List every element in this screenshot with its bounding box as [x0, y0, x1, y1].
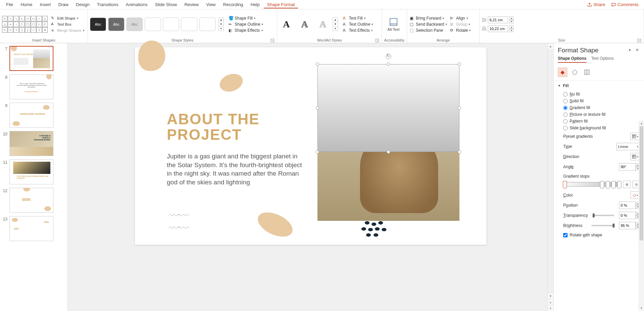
add-stop-button[interactable]: ⊕	[623, 181, 630, 188]
shape-fill-button[interactable]: 🪣Shape Fill	[228, 16, 264, 21]
radio-pattern-fill[interactable]: Pattern fill	[558, 118, 640, 125]
shape-effects-button[interactable]: ◐Shape Effects	[228, 28, 264, 33]
tab-transitions[interactable]: Transitions	[94, 1, 122, 8]
slide-canvas[interactable]: 〰〰〰〰 ABOUT THEPROJECT Jupiter is a gas g…	[68, 43, 553, 311]
tab-design[interactable]: Design	[73, 1, 93, 8]
wordart-scroll[interactable]: ▲▼▾	[333, 17, 338, 31]
brightness-slider[interactable]	[591, 225, 615, 226]
share-button[interactable]: Share	[585, 2, 608, 7]
thumb-7[interactable]: 7 ABOUT THE PROJECT	[1, 46, 66, 71]
shapes-gallery[interactable]: A＼＼L▭▭○△ △⇨⬦⬡⬠⬡☆⊂ ∿∿⌇{}☆◊▾	[2, 16, 48, 33]
shape-outline-button[interactable]: ✏Shape Outline	[228, 22, 264, 27]
radio-gradient-fill[interactable]: Gradient fill	[558, 104, 640, 111]
resize-handle[interactable]	[316, 62, 319, 66]
bring-forward-button[interactable]: ▣Bring Forward	[409, 16, 448, 21]
height-input[interactable]	[488, 17, 508, 23]
pane-icon-fill[interactable]	[558, 68, 567, 77]
merge-shapes-button[interactable]: ◉Merge Shapes	[50, 28, 85, 33]
slide-title[interactable]: ABOUT THEPROJECT	[167, 111, 260, 142]
thumb-11[interactable]: 11 A PICTURE ALWAYS REINFORCES THE CONCE…	[1, 159, 66, 184]
gallery-scroll[interactable]: ▲▼▾	[218, 17, 224, 31]
wordart-gallery[interactable]: A A A	[279, 17, 330, 31]
tab-view[interactable]: View	[203, 1, 219, 8]
decor-blob	[217, 71, 245, 95]
thumb-13[interactable]: 13 30K 20K	[1, 216, 66, 241]
tab-animations[interactable]: Animations	[122, 1, 151, 8]
resize-handle[interactable]	[458, 150, 461, 154]
gradient-stop[interactable]	[612, 181, 616, 188]
position-input[interactable]	[619, 202, 636, 209]
pane-options-button[interactable]: ▾	[627, 48, 633, 53]
text-box-button[interactable]: AText Box	[50, 22, 85, 27]
selected-shape[interactable]	[317, 64, 459, 152]
resize-handle[interactable]	[387, 62, 390, 66]
fill-section-header[interactable]: ▼Fill	[558, 83, 640, 88]
width-input[interactable]	[488, 25, 508, 32]
edit-shape-button[interactable]: ✎Edit Shape	[50, 16, 85, 21]
pane-icon-size[interactable]	[582, 68, 592, 77]
gradient-stop[interactable]	[617, 181, 621, 188]
tab-help[interactable]: Help	[247, 1, 263, 8]
thumb-10[interactable]: 10 A PICTURE IS WORTH A THOUSAND WORDS	[1, 131, 66, 156]
slide[interactable]: 〰〰〰〰 ABOUT THEPROJECT Jupiter is a gas g…	[135, 47, 486, 245]
align-button[interactable]: ⊫Align	[449, 16, 472, 21]
transparency-input[interactable]	[619, 212, 636, 219]
shape-styles-launcher[interactable]: ↘	[271, 39, 274, 42]
radio-picture-fill[interactable]: Picture or texture fill	[558, 111, 640, 118]
selection-pane-button[interactable]: ⬚Selection Pane	[409, 28, 448, 33]
tab-draw[interactable]: Draw	[55, 1, 72, 8]
tab-file[interactable]: File	[3, 1, 17, 8]
rotate-button[interactable]: ⟳Rotate	[449, 28, 472, 33]
size-launcher[interactable]: ↘	[638, 39, 641, 42]
gradient-stop[interactable]	[600, 181, 604, 188]
pane-tab-shape-options[interactable]: Shape Options	[558, 56, 587, 63]
wordart-launcher[interactable]: ↘	[376, 39, 379, 42]
resize-handle[interactable]	[458, 62, 461, 66]
resize-handle[interactable]	[387, 150, 390, 154]
rotation-handle[interactable]	[386, 54, 391, 59]
text-effects-button[interactable]: AText Effects	[342, 28, 374, 33]
pane-icon-effects[interactable]	[570, 68, 579, 77]
gradient-stop[interactable]	[606, 181, 610, 188]
gradient-stop[interactable]	[563, 181, 567, 188]
pane-tab-text-options[interactable]: Text Options	[591, 56, 614, 63]
gradient-stops-bar[interactable]	[563, 182, 621, 187]
rotate-with-shape-checkbox[interactable]: Rotate with shape	[558, 231, 640, 239]
width-field[interactable]: ▲▼	[482, 25, 514, 32]
tab-insert[interactable]: Insert	[37, 1, 54, 8]
canvas-scrollbar[interactable]: ▲ ▼▴▾	[547, 43, 553, 311]
height-spinner[interactable]: ▲▼	[509, 17, 514, 23]
slide-body-text[interactable]: Jupiter is a gas giant and the biggest p…	[167, 152, 306, 187]
height-field[interactable]: ▲▼	[482, 17, 514, 23]
shape-styles-gallery[interactable]: Abc Abc Abc	[90, 18, 216, 31]
pane-scrollbar[interactable]: ▲ ▼	[639, 121, 644, 311]
slide-thumbnails[interactable]: 7 ABOUT THE PROJECT 8 "This is a quote, …	[0, 43, 68, 311]
resize-handle[interactable]	[316, 106, 319, 110]
thumb-12[interactable]: 12 500K	[1, 188, 66, 213]
angle-input[interactable]	[619, 163, 636, 171]
thumb-8[interactable]: 8 "This is a quote, words full of wisdom…	[1, 74, 66, 99]
group-size: ▲▼ ▲▼ Size↘	[480, 9, 644, 43]
send-backward-button[interactable]: ▢Send Backward	[409, 22, 448, 27]
radio-slide-bg-fill[interactable]: Slide background fill	[558, 125, 640, 131]
resize-handle[interactable]	[458, 106, 461, 110]
tab-shape-format[interactable]: Shape Format	[264, 1, 298, 8]
radio-solid-fill[interactable]: Solid fill	[558, 98, 640, 104]
group-button[interactable]: ⊞Group	[449, 22, 472, 27]
width-spinner[interactable]: ▲▼	[509, 25, 514, 32]
tab-review[interactable]: Review	[181, 1, 202, 8]
comments-button[interactable]: Comments	[609, 2, 641, 7]
text-outline-button[interactable]: AText Outline	[342, 22, 374, 27]
transparency-slider[interactable]	[593, 215, 614, 216]
tab-home[interactable]: Home	[17, 1, 36, 8]
tab-recording[interactable]: Recording	[220, 1, 246, 8]
text-fill-button[interactable]: AText Fill	[342, 16, 374, 21]
thumb-9[interactable]: 9 AWESOME WORDS	[1, 103, 66, 128]
brightness-input[interactable]	[619, 222, 636, 229]
type-combo[interactable]: Linear▾	[616, 143, 640, 150]
alt-text-button[interactable]: Alt Text	[384, 17, 403, 31]
resize-handle[interactable]	[316, 150, 319, 154]
radio-no-fill[interactable]: No fill	[558, 91, 640, 98]
pane-close-button[interactable]: ✕	[635, 48, 640, 53]
tab-slideshow[interactable]: Slide Show	[151, 1, 180, 8]
